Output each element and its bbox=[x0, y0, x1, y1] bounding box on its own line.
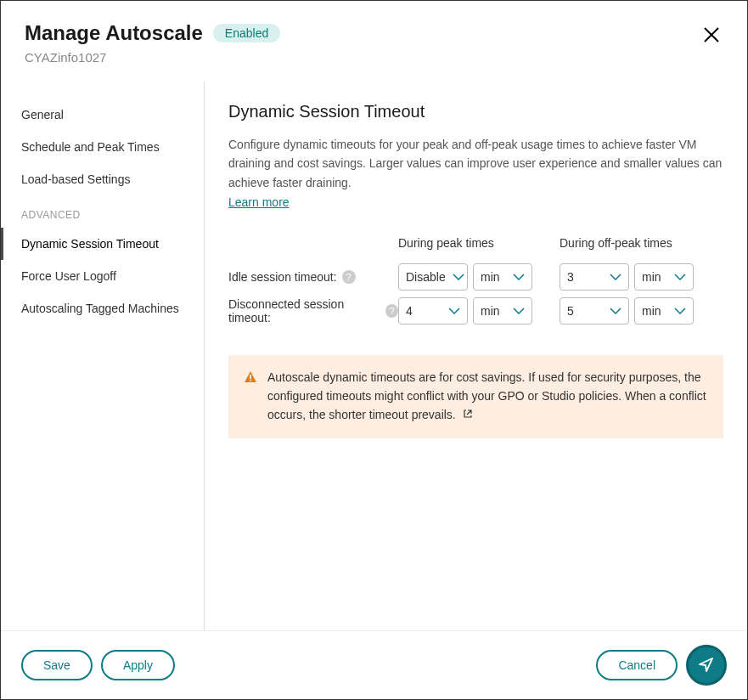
navigation-icon bbox=[697, 655, 716, 676]
sidebar-item-autoscaling-tagged[interactable]: Autoscaling Tagged Machines bbox=[1, 292, 204, 325]
svg-rect-1 bbox=[250, 380, 251, 381]
alert-text: Autoscale dynamic timeouts are for cost … bbox=[267, 370, 706, 421]
help-icon[interactable]: ? bbox=[342, 270, 356, 284]
sidebar-item-dynamic-timeout[interactable]: Dynamic Session Timeout bbox=[1, 228, 204, 260]
column-peak-header: During peak times bbox=[398, 236, 560, 257]
disconnected-offpeak-value-select[interactable]: 5 bbox=[560, 297, 629, 325]
idle-offpeak-value: 3 bbox=[567, 270, 574, 284]
chevron-down-icon bbox=[453, 274, 464, 280]
disconnected-offpeak-value: 5 bbox=[567, 304, 574, 318]
sidebar-section-advanced: ADVANCED bbox=[1, 195, 204, 228]
status-badge: Enabled bbox=[213, 24, 280, 42]
idle-peak-unit-select[interactable]: min bbox=[473, 263, 532, 291]
close-button[interactable] bbox=[700, 21, 723, 50]
disconnected-peak-value-select[interactable]: 4 bbox=[398, 297, 468, 325]
sidebar-item-schedule[interactable]: Schedule and Peak Times bbox=[1, 131, 204, 163]
idle-offpeak-unit-select[interactable]: min bbox=[634, 263, 694, 291]
chevron-down-icon bbox=[513, 308, 525, 314]
disconnected-label-text: Disconnected session timeout: bbox=[228, 297, 380, 325]
svg-rect-0 bbox=[250, 375, 251, 379]
footer: Save Apply Cancel bbox=[1, 630, 747, 699]
section-title: Dynamic Session Timeout bbox=[228, 102, 723, 121]
description: Configure dynamic timeouts for your peak… bbox=[228, 135, 723, 192]
cancel-button[interactable]: Cancel bbox=[596, 650, 678, 680]
sidebar-item-load[interactable]: Load-based Settings bbox=[1, 163, 204, 195]
idle-peak-value: Disable bbox=[406, 270, 446, 284]
idle-peak-unit: min bbox=[481, 270, 500, 284]
chevron-down-icon bbox=[674, 308, 686, 314]
disconnected-peak-unit-select[interactable]: min bbox=[473, 297, 532, 325]
apply-button[interactable]: Apply bbox=[101, 650, 175, 680]
external-link-icon[interactable] bbox=[463, 406, 473, 425]
warning-alert: Autoscale dynamic timeouts are for cost … bbox=[228, 355, 723, 438]
sidebar-item-general[interactable]: General bbox=[1, 99, 204, 131]
chevron-down-icon bbox=[674, 274, 686, 280]
warning-icon bbox=[244, 370, 257, 387]
row-label-disconnected: Disconnected session timeout: ? bbox=[228, 297, 398, 325]
chevron-down-icon bbox=[610, 274, 621, 280]
fab-button[interactable] bbox=[686, 645, 727, 686]
idle-offpeak-unit: min bbox=[642, 270, 661, 284]
close-icon bbox=[703, 23, 720, 48]
row-label-idle: Idle session timeout: ? bbox=[228, 270, 398, 284]
column-offpeak-header: During off-peak times bbox=[560, 236, 721, 257]
disconnected-peak-unit: min bbox=[481, 304, 500, 318]
sidebar-item-force-logoff[interactable]: Force User Logoff bbox=[1, 260, 204, 292]
idle-label-text: Idle session timeout: bbox=[228, 270, 337, 284]
disconnected-peak-value: 4 bbox=[406, 304, 413, 318]
disconnected-offpeak-unit: min bbox=[642, 304, 661, 318]
page-title: Manage Autoscale bbox=[25, 21, 203, 45]
chevron-down-icon bbox=[513, 274, 525, 280]
chevron-down-icon bbox=[610, 308, 621, 314]
save-button[interactable]: Save bbox=[21, 650, 93, 680]
header: Manage Autoscale Enabled CYAZinfo1027 bbox=[1, 1, 747, 82]
subtitle: CYAZinfo1027 bbox=[25, 50, 280, 65]
help-icon[interactable]: ? bbox=[385, 304, 398, 318]
content-area: Dynamic Session Timeout Configure dynami… bbox=[205, 82, 747, 630]
idle-peak-value-select[interactable]: Disable bbox=[398, 263, 468, 291]
chevron-down-icon bbox=[448, 308, 460, 314]
sidebar: General Schedule and Peak Times Load-bas… bbox=[1, 82, 205, 630]
idle-offpeak-value-select[interactable]: 3 bbox=[560, 263, 629, 291]
disconnected-offpeak-unit-select[interactable]: min bbox=[634, 297, 694, 325]
learn-more-link[interactable]: Learn more bbox=[228, 195, 290, 209]
